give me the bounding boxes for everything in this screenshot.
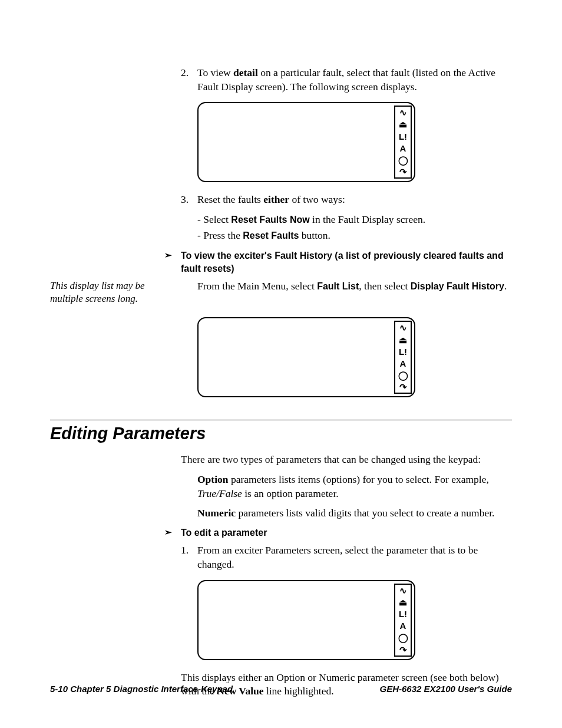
text-bold: either xyxy=(263,193,289,205)
wave-icon: ∿ xyxy=(399,323,407,332)
text: , then select xyxy=(359,280,410,292)
step-2: 2. To view detail on a particular fault,… xyxy=(181,66,512,94)
text: To view xyxy=(197,67,233,78)
text-bold: Reset Faults Now xyxy=(231,215,309,225)
footer-right: GEH-6632 EX2100 User's Guide xyxy=(379,684,512,694)
numeric-paragraph: Numeric parameters lists valid digits th… xyxy=(197,506,512,521)
page-footer: 5-10 Chapter 5 Diagnostic Interface-Keyp… xyxy=(50,684,512,694)
step-text: To view detail on a particular fault, se… xyxy=(197,66,512,94)
auto-icon: A xyxy=(400,621,406,630)
text: Reset the faults xyxy=(197,193,263,205)
step-3-sub1: - Select Reset Faults Now in the Fault D… xyxy=(197,212,512,228)
text: of two ways: xyxy=(289,193,345,205)
fault-history-heading: ➢ To view the exciter's Fault History (a… xyxy=(164,249,512,275)
power-icon: ◯ xyxy=(398,633,408,642)
auto-icon: A xyxy=(400,144,406,153)
limit-icon: L! xyxy=(399,132,407,141)
icon-strip: ∿ ⏏ L! A ◯ ↷ xyxy=(394,584,412,657)
power-icon: ◯ xyxy=(398,371,408,380)
text: button. xyxy=(299,229,330,241)
wave-icon: ∿ xyxy=(399,108,407,117)
text-bold: detail xyxy=(233,67,258,78)
edit-step-1: 1. From an exciter Parameters screen, se… xyxy=(181,543,512,571)
wave-icon: ∿ xyxy=(399,586,407,595)
bullet-text: To edit a parameter xyxy=(181,526,512,539)
text: From the Main Menu, select xyxy=(197,280,317,292)
step-text: Reset the faults either of two ways: xyxy=(197,193,512,207)
step-number: 3. xyxy=(181,193,197,207)
bullet-icon: ➢ xyxy=(164,526,181,539)
icon-strip: ∿ ⏏ L! A ◯ ↷ xyxy=(394,106,412,179)
text-bold: Fault List xyxy=(317,281,359,291)
keypad-screen-figure: ∿ ⏏ L! A ◯ ↷ xyxy=(197,317,415,397)
text: - Select xyxy=(197,213,231,225)
keypad-screen-figure: ∿ ⏏ L! A ◯ ↷ xyxy=(197,580,415,660)
text-bold: Numeric xyxy=(197,507,236,519)
keypad-screen-figure: ∿ ⏏ L! A ◯ ↷ xyxy=(197,102,415,182)
text: parameters lists items (options) for you… xyxy=(229,473,489,485)
step-number: 1. xyxy=(181,543,197,571)
limit-icon: L! xyxy=(399,610,407,618)
up-icon: ⏏ xyxy=(399,335,407,344)
step-text: From an exciter Parameters screen, selec… xyxy=(197,543,512,571)
auto-icon: A xyxy=(400,359,406,368)
bullet-text: To view the exciter's Fault History (a l… xyxy=(181,249,512,275)
margin-note: This display list may be multiple screen… xyxy=(50,279,168,305)
page-number: 5-10 xyxy=(50,684,68,694)
step-3: 3. Reset the faults either of two ways: xyxy=(181,193,512,207)
section-rule xyxy=(50,420,512,420)
step-number: 2. xyxy=(181,66,197,94)
text-italic: True/False xyxy=(197,487,242,499)
section-title: Editing Parameters xyxy=(50,424,512,443)
text-bold: Display Fault History xyxy=(411,281,504,291)
fault-history-instruction: From the Main Menu, select Fault List, t… xyxy=(197,279,512,294)
text: . xyxy=(504,280,507,292)
step-3-sub2: - Press the Reset Faults button. xyxy=(197,228,512,243)
icon-strip: ∿ ⏏ L! A ◯ ↷ xyxy=(394,321,412,394)
text: parameters lists valid digits that you s… xyxy=(236,507,494,519)
power-icon: ◯ xyxy=(398,156,408,164)
up-icon: ⏏ xyxy=(399,598,407,607)
edit-parameter-heading: ➢ To edit a parameter xyxy=(164,526,512,539)
return-icon: ↷ xyxy=(399,167,407,176)
up-icon: ⏏ xyxy=(399,120,407,129)
text: - Press the xyxy=(197,229,243,241)
text: is an option parameter. xyxy=(242,487,339,499)
text-bold: Reset Faults xyxy=(243,230,299,241)
limit-icon: L! xyxy=(399,347,407,356)
text-bold: Option xyxy=(197,473,229,485)
option-paragraph: Option parameters lists items (options) … xyxy=(197,473,512,500)
return-icon: ↷ xyxy=(399,645,407,654)
chapter-label: Chapter 5 Diagnostic Interface-Keypad xyxy=(68,684,233,694)
intro-paragraph: There are two types of parameters that c… xyxy=(181,453,512,467)
text: in the Fault Display screen. xyxy=(310,213,425,225)
footer-left: 5-10 Chapter 5 Diagnostic Interface-Keyp… xyxy=(50,684,233,694)
bullet-icon: ➢ xyxy=(164,249,181,275)
return-icon: ↷ xyxy=(399,383,407,391)
